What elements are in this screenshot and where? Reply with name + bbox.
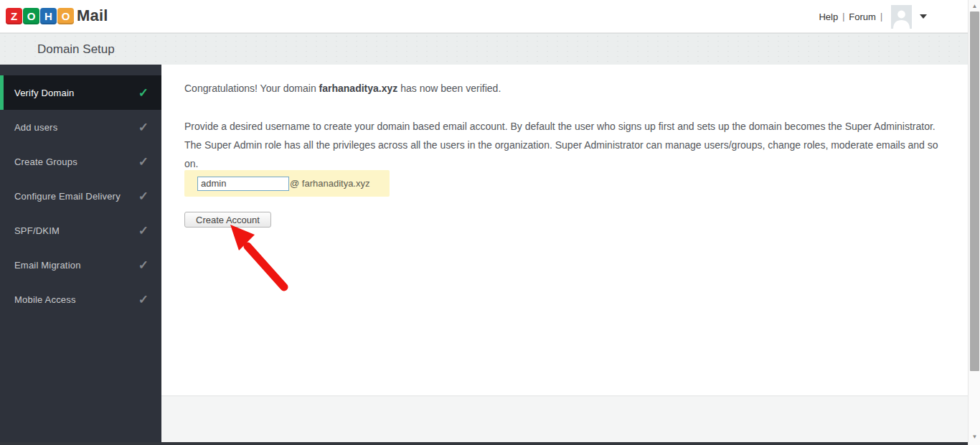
scrollbar-down-arrow-icon[interactable]: ▼ xyxy=(969,431,980,442)
sidebar-item-spf-dkim[interactable]: SPF/DKIM ✓ xyxy=(0,213,161,248)
check-icon: ✓ xyxy=(138,189,149,204)
user-avatar[interactable] xyxy=(891,5,912,29)
domain-suffix-label: @ farhanaditya.xyz xyxy=(290,178,369,189)
bottom-edge-strip xyxy=(0,442,980,445)
sidebar-item-label: Verify Domain xyxy=(14,88,138,98)
sidebar-item-create-groups[interactable]: Create Groups ✓ xyxy=(0,144,161,179)
congrats-prefix: Congratulations! Your domain xyxy=(184,83,319,94)
sidebar-item-label: Email Migration xyxy=(14,260,138,271)
zoho-logo-tiles: Z O H O xyxy=(6,8,74,24)
check-icon: ✓ xyxy=(138,120,149,135)
main-content: Congratulations! Your domain farhanadity… xyxy=(161,65,968,395)
sidebar-item-add-users[interactable]: Add users ✓ xyxy=(0,110,161,144)
sidebar-item-configure-email-delivery[interactable]: Configure Email Delivery ✓ xyxy=(0,179,161,213)
link-separator: | xyxy=(842,11,844,22)
sidebar-item-label: Add users xyxy=(14,122,138,133)
setup-steps-sidebar: Verify Domain ✓ Add users ✓ Create Group… xyxy=(0,65,161,442)
check-icon: ✓ xyxy=(138,292,149,307)
check-icon: ✓ xyxy=(138,85,149,100)
sidebar-item-email-migration[interactable]: Email Migration ✓ xyxy=(0,248,161,282)
sidebar-item-label: SPF/DKIM xyxy=(14,225,138,236)
sidebar-item-label: Create Groups xyxy=(14,156,138,167)
scrollbar-up-arrow-icon[interactable]: ▲ xyxy=(969,0,980,11)
super-admin-description: Provide a desired username to create you… xyxy=(184,117,946,173)
logo-tile-o1: O xyxy=(23,8,39,24)
forum-link[interactable]: Forum xyxy=(849,11,876,22)
sidebar-item-label: Configure Email Delivery xyxy=(14,191,138,202)
scrollbar-thumb[interactable] xyxy=(970,11,979,371)
logo-tile-z: Z xyxy=(6,8,22,24)
congrats-suffix: has now been verified. xyxy=(397,83,501,94)
app-header: Z O H O Mail Help | Forum | xyxy=(0,0,980,33)
footer-band xyxy=(161,395,968,442)
check-icon: ✓ xyxy=(138,154,149,169)
logo-product-name: Mail xyxy=(77,6,108,25)
link-separator: | xyxy=(880,11,882,22)
check-icon: ✓ xyxy=(138,223,149,238)
check-icon: ✓ xyxy=(138,258,149,273)
sidebar-item-mobile-access[interactable]: Mobile Access ✓ xyxy=(0,282,161,317)
header-right-nav: Help | Forum | xyxy=(819,0,927,33)
create-account-button[interactable]: Create Account xyxy=(184,212,271,228)
person-silhouette-icon xyxy=(891,7,912,29)
sidebar-item-label: Mobile Access xyxy=(14,294,138,305)
page-title: Domain Setup xyxy=(37,42,115,57)
help-link[interactable]: Help xyxy=(819,11,838,22)
annotation-arrow-icon xyxy=(215,221,298,296)
username-highlight-box: @ farhanaditya.xyz xyxy=(184,170,390,197)
zoho-mail-logo[interactable]: Z O H O Mail xyxy=(6,6,108,25)
titlebar: Domain Setup xyxy=(0,33,971,65)
sidebar-item-verify-domain[interactable]: Verify Domain ✓ xyxy=(0,75,161,110)
account-dropdown-caret-icon[interactable] xyxy=(920,14,927,19)
zoho-mail-domain-setup-page: Z O H O Mail Help | Forum | Domain Setup xyxy=(0,0,980,445)
verified-domain-name: farhanaditya.xyz xyxy=(319,83,398,94)
verification-success-message: Congratulations! Your domain farhanadity… xyxy=(184,83,501,94)
vertical-scrollbar[interactable]: ▲ ▼ xyxy=(968,0,980,445)
logo-tile-h: H xyxy=(40,8,57,24)
username-input[interactable] xyxy=(197,177,289,191)
logo-tile-o2: O xyxy=(57,8,74,24)
